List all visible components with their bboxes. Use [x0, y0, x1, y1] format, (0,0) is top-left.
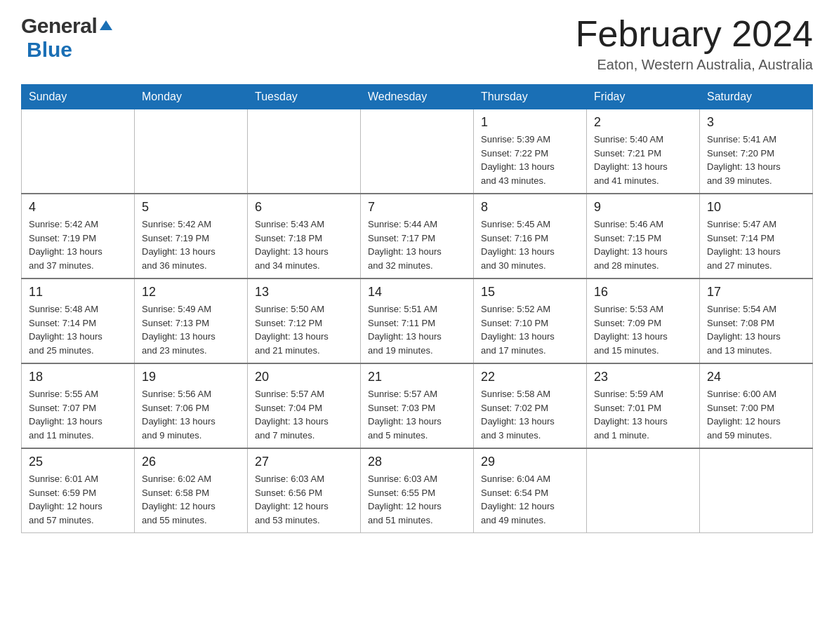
calendar-table: SundayMondayTuesdayWednesdayThursdayFrid… [21, 84, 813, 533]
day-info: Sunrise: 5:57 AMSunset: 7:04 PMDaylight:… [255, 387, 353, 442]
day-info: Sunrise: 5:53 AMSunset: 7:09 PMDaylight:… [594, 302, 692, 357]
calendar-day-cell: 27Sunrise: 6:03 AMSunset: 6:56 PMDayligh… [248, 448, 361, 533]
calendar-day-cell: 15Sunrise: 5:52 AMSunset: 7:10 PMDayligh… [474, 279, 587, 363]
calendar-day-header: Tuesday [248, 85, 361, 109]
calendar-day-cell: 19Sunrise: 5:56 AMSunset: 7:06 PMDayligh… [135, 363, 248, 448]
day-number: 6 [255, 200, 353, 215]
day-number: 1 [481, 115, 579, 130]
calendar-day-cell [22, 109, 135, 194]
day-info: Sunrise: 5:42 AMSunset: 7:19 PMDaylight:… [142, 217, 240, 272]
page-header: General Blue February 2024 Eaton, Wester… [21, 14, 813, 73]
calendar-day-cell: 26Sunrise: 6:02 AMSunset: 6:58 PMDayligh… [135, 448, 248, 533]
calendar-day-cell: 6Sunrise: 5:43 AMSunset: 7:18 PMDaylight… [248, 194, 361, 279]
day-info: Sunrise: 5:59 AMSunset: 7:01 PMDaylight:… [594, 387, 692, 442]
day-info: Sunrise: 5:48 AMSunset: 7:14 PMDaylight:… [29, 302, 127, 357]
calendar-day-cell: 7Sunrise: 5:44 AMSunset: 7:17 PMDaylight… [361, 194, 474, 279]
day-info: Sunrise: 5:46 AMSunset: 7:15 PMDaylight:… [594, 217, 692, 272]
calendar-day-cell: 4Sunrise: 5:42 AMSunset: 7:19 PMDaylight… [22, 194, 135, 279]
day-number: 8 [481, 200, 579, 215]
day-number: 7 [368, 200, 466, 215]
calendar-day-cell: 18Sunrise: 5:55 AMSunset: 7:07 PMDayligh… [22, 363, 135, 448]
calendar-day-cell: 13Sunrise: 5:50 AMSunset: 7:12 PMDayligh… [248, 279, 361, 363]
month-title: February 2024 [576, 14, 813, 54]
day-number: 22 [481, 370, 579, 384]
day-info: Sunrise: 5:47 AMSunset: 7:14 PMDaylight:… [707, 217, 805, 272]
calendar-day-cell: 14Sunrise: 5:51 AMSunset: 7:11 PMDayligh… [361, 279, 474, 363]
logo: General Blue [21, 14, 114, 62]
day-number: 28 [368, 455, 466, 469]
day-number: 18 [29, 370, 127, 384]
week-row: 18Sunrise: 5:55 AMSunset: 7:07 PMDayligh… [22, 363, 813, 448]
day-number: 11 [29, 285, 127, 300]
calendar-day-cell: 12Sunrise: 5:49 AMSunset: 7:13 PMDayligh… [135, 279, 248, 363]
calendar-day-header: Sunday [22, 85, 135, 109]
calendar-day-cell [248, 109, 361, 194]
calendar-day-cell: 25Sunrise: 6:01 AMSunset: 6:59 PMDayligh… [22, 448, 135, 533]
calendar-day-cell: 21Sunrise: 5:57 AMSunset: 7:03 PMDayligh… [361, 363, 474, 448]
day-info: Sunrise: 5:49 AMSunset: 7:13 PMDaylight:… [142, 302, 240, 357]
calendar-header-row: SundayMondayTuesdayWednesdayThursdayFrid… [22, 85, 813, 109]
calendar-day-cell [135, 109, 248, 194]
day-number: 26 [142, 455, 240, 469]
calendar-day-cell: 23Sunrise: 5:59 AMSunset: 7:01 PMDayligh… [587, 363, 700, 448]
calendar-day-cell: 11Sunrise: 5:48 AMSunset: 7:14 PMDayligh… [22, 279, 135, 363]
day-info: Sunrise: 5:55 AMSunset: 7:07 PMDaylight:… [29, 387, 127, 442]
day-info: Sunrise: 6:02 AMSunset: 6:58 PMDaylight:… [142, 472, 240, 527]
day-number: 23 [594, 370, 692, 384]
location-text: Eaton, Western Australia, Australia [576, 57, 813, 73]
day-info: Sunrise: 5:52 AMSunset: 7:10 PMDaylight:… [481, 302, 579, 357]
calendar-day-header: Monday [135, 85, 248, 109]
day-number: 3 [707, 115, 805, 130]
day-number: 21 [368, 370, 466, 384]
day-number: 16 [594, 285, 692, 300]
calendar-day-cell: 2Sunrise: 5:40 AMSunset: 7:21 PMDaylight… [587, 109, 700, 194]
day-number: 10 [707, 200, 805, 215]
day-number: 13 [255, 285, 353, 300]
day-info: Sunrise: 5:44 AMSunset: 7:17 PMDaylight:… [368, 217, 466, 272]
calendar-day-cell: 10Sunrise: 5:47 AMSunset: 7:14 PMDayligh… [700, 194, 813, 279]
week-row: 1Sunrise: 5:39 AMSunset: 7:22 PMDaylight… [22, 109, 813, 194]
calendar-day-cell: 5Sunrise: 5:42 AMSunset: 7:19 PMDaylight… [135, 194, 248, 279]
day-number: 2 [594, 115, 692, 130]
day-number: 25 [29, 455, 127, 469]
day-number: 19 [142, 370, 240, 384]
title-block: February 2024 Eaton, Western Australia, … [576, 14, 813, 73]
calendar-day-cell: 16Sunrise: 5:53 AMSunset: 7:09 PMDayligh… [587, 279, 700, 363]
day-info: Sunrise: 6:01 AMSunset: 6:59 PMDaylight:… [29, 472, 127, 527]
day-info: Sunrise: 5:43 AMSunset: 7:18 PMDaylight:… [255, 217, 353, 272]
day-info: Sunrise: 5:45 AMSunset: 7:16 PMDaylight:… [481, 217, 579, 272]
calendar-day-cell: 29Sunrise: 6:04 AMSunset: 6:54 PMDayligh… [474, 448, 587, 533]
day-info: Sunrise: 6:03 AMSunset: 6:56 PMDaylight:… [255, 472, 353, 527]
calendar-day-cell: 1Sunrise: 5:39 AMSunset: 7:22 PMDaylight… [474, 109, 587, 194]
day-info: Sunrise: 5:58 AMSunset: 7:02 PMDaylight:… [481, 387, 579, 442]
day-number: 20 [255, 370, 353, 384]
logo-arrow-icon [98, 19, 114, 34]
day-number: 29 [481, 455, 579, 469]
day-number: 4 [29, 200, 127, 215]
calendar-day-cell [700, 448, 813, 533]
calendar-day-cell: 28Sunrise: 6:03 AMSunset: 6:55 PMDayligh… [361, 448, 474, 533]
calendar-day-cell: 17Sunrise: 5:54 AMSunset: 7:08 PMDayligh… [700, 279, 813, 363]
svg-marker-0 [100, 20, 112, 30]
calendar-day-header: Wednesday [361, 85, 474, 109]
day-number: 12 [142, 285, 240, 300]
day-number: 9 [594, 200, 692, 215]
day-info: Sunrise: 5:50 AMSunset: 7:12 PMDaylight:… [255, 302, 353, 357]
logo-general-text: General [21, 14, 97, 38]
day-number: 27 [255, 455, 353, 469]
week-row: 25Sunrise: 6:01 AMSunset: 6:59 PMDayligh… [22, 448, 813, 533]
calendar-day-cell: 20Sunrise: 5:57 AMSunset: 7:04 PMDayligh… [248, 363, 361, 448]
day-number: 15 [481, 285, 579, 300]
day-number: 24 [707, 370, 805, 384]
day-info: Sunrise: 5:41 AMSunset: 7:20 PMDaylight:… [707, 133, 805, 187]
calendar-day-cell: 3Sunrise: 5:41 AMSunset: 7:20 PMDaylight… [700, 109, 813, 194]
calendar-day-header: Saturday [700, 85, 813, 109]
day-info: Sunrise: 6:00 AMSunset: 7:00 PMDaylight:… [707, 387, 805, 442]
day-info: Sunrise: 5:57 AMSunset: 7:03 PMDaylight:… [368, 387, 466, 442]
day-info: Sunrise: 5:42 AMSunset: 7:19 PMDaylight:… [29, 217, 127, 272]
calendar-day-cell: 22Sunrise: 5:58 AMSunset: 7:02 PMDayligh… [474, 363, 587, 448]
calendar-day-cell [361, 109, 474, 194]
day-info: Sunrise: 5:39 AMSunset: 7:22 PMDaylight:… [481, 133, 579, 187]
day-info: Sunrise: 5:54 AMSunset: 7:08 PMDaylight:… [707, 302, 805, 357]
calendar-day-header: Thursday [474, 85, 587, 109]
